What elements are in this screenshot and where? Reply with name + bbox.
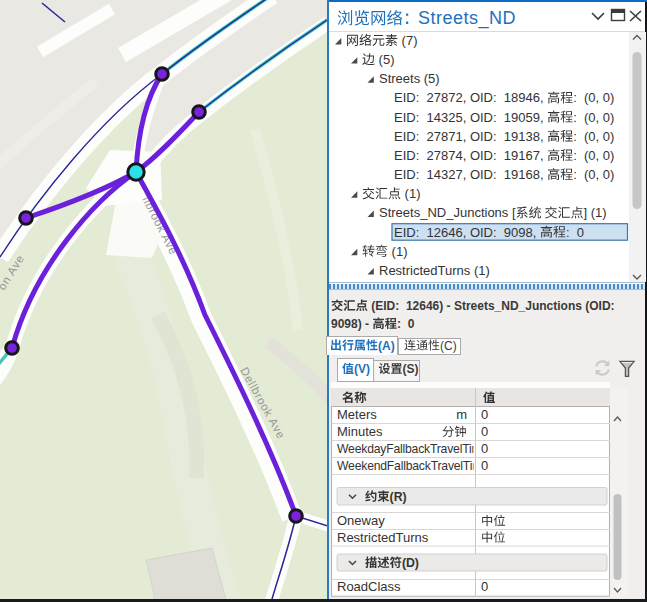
svg-text:EID: 27874, OID: 19167,: EID: 27874, OID: 19167, [394, 148, 547, 163]
svg-text:: (0, 0): : (0, 0) [573, 110, 614, 125]
svg-text:(1): (1) [401, 186, 421, 201]
svg-text:Meters: Meters [337, 407, 377, 422]
svg-text:(C): (C) [440, 339, 457, 353]
svg-text:(1): (1) [388, 244, 408, 259]
svg-text:(S): (S) [403, 362, 419, 376]
svg-text:RoadClass: RoadClass [337, 579, 401, 594]
svg-text:0: 0 [481, 579, 488, 594]
svg-text:Oneway: Oneway [337, 513, 385, 528]
svg-text:WeekendFallbackTravelTime: WeekendFallbackTravelTime [337, 459, 489, 473]
svg-text:Minutes: Minutes [337, 424, 383, 439]
svg-text:EID: 27872, OID: 18946,: EID: 27872, OID: 18946, [394, 90, 547, 105]
svg-text:0: 0 [481, 441, 488, 456]
svg-text:WeekdayFallbackTravelTime: WeekdayFallbackTravelTime [337, 442, 488, 456]
svg-text:RestrictedTurns (1): RestrictedTurns (1) [379, 263, 490, 278]
svg-text:(5): (5) [375, 52, 395, 67]
svg-text:(7): (7) [398, 33, 418, 48]
svg-text:(R): (R) [390, 490, 407, 504]
svg-text:9098) -: 9098) - [331, 317, 372, 331]
svg-text:Streets_ND_Junctions [: Streets_ND_Junctions [ [379, 205, 516, 220]
svg-text:: 0: : 0 [397, 317, 415, 331]
svg-text:EID: 12646, OID: 9098,: EID: 12646, OID: 9098, [394, 225, 540, 240]
svg-text:(A): (A) [378, 339, 395, 353]
svg-text:EID: 27871, OID: 19138,: EID: 27871, OID: 19138, [394, 129, 547, 144]
svg-text:: 0: : 0 [566, 225, 584, 240]
svg-text:0: 0 [481, 424, 488, 439]
svg-text:0: 0 [481, 407, 488, 422]
svg-text:: (0, 0): : (0, 0) [573, 129, 614, 144]
svg-text:m: m [456, 407, 467, 422]
svg-text:Streets (5): Streets (5) [379, 71, 440, 86]
svg-text:: (0, 0): : (0, 0) [573, 90, 614, 105]
svg-text:RestrictedTurns: RestrictedTurns [337, 530, 429, 545]
svg-text:: (0, 0): : (0, 0) [573, 148, 614, 163]
svg-text:: (0, 0): : (0, 0) [573, 167, 614, 182]
svg-text:(V): (V) [354, 362, 370, 376]
svg-text:(D): (D) [402, 556, 419, 570]
svg-text:EID: 14325, OID: 19059,: EID: 14325, OID: 19059, [394, 110, 547, 125]
svg-text:] (1): ] (1) [584, 205, 607, 220]
svg-text:0: 0 [481, 458, 488, 473]
svg-text:EID: 14327, OID: 19168,: EID: 14327, OID: 19168, [394, 167, 547, 182]
svg-text:(EID: 12646) - Streets_ND_Jun: (EID: 12646) - Streets_ND_Junctions (OID… [368, 299, 615, 313]
